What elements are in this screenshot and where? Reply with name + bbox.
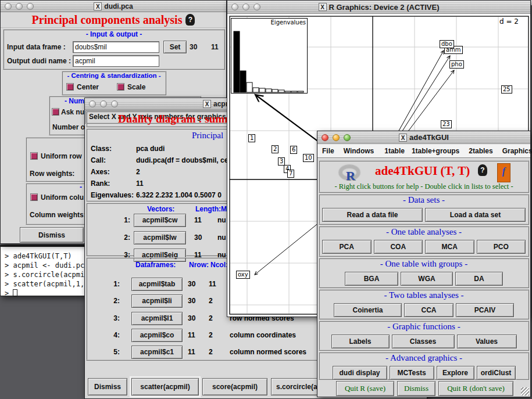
frame-title: - Centring & standardization - bbox=[63, 72, 165, 79]
input-output-frame: - Input & output - Input data frame : do… bbox=[3, 29, 225, 70]
eigenvalues-inset: Eigenvalues bbox=[231, 18, 308, 94]
dataframes-header: Dataframes: bbox=[135, 261, 176, 269]
column-weights-label: Column weights: bbox=[30, 211, 86, 219]
summary-value: pca dudi bbox=[136, 145, 165, 153]
variable-label: dbo bbox=[440, 40, 454, 48]
dismiss-button[interactable]: Dismiss bbox=[20, 227, 84, 243]
button-pcaiv[interactable]: PCAIV bbox=[456, 303, 514, 317]
graphics-titlebar[interactable]: X R Graphics: Device 2 (ACTIVE) bbox=[227, 1, 530, 14]
zoom-button[interactable] bbox=[253, 3, 260, 10]
window-controls[interactable] bbox=[89, 100, 118, 107]
score-button[interactable]: score(acpmil) bbox=[202, 378, 267, 396]
summary-value: 2 bbox=[136, 168, 140, 176]
minimize-button[interactable] bbox=[100, 100, 107, 107]
dataframe-button[interactable]: acpmil$l1 bbox=[131, 312, 183, 325]
resize-grip[interactable] bbox=[521, 387, 529, 396]
button-coa[interactable]: COA bbox=[374, 240, 423, 254]
section-title: - One table analyses - bbox=[320, 227, 528, 239]
summary-label: Call: bbox=[91, 156, 136, 164]
gui-titlebar[interactable]: X ade4TkGUI bbox=[317, 131, 530, 144]
footer-button-quit-r-save-[interactable]: Quit R (save) bbox=[336, 381, 394, 396]
summary-value: 11 bbox=[136, 179, 144, 188]
button-labels[interactable]: Labels bbox=[331, 335, 390, 348]
vector-mode: nu bbox=[217, 216, 226, 224]
button-dudi-display[interactable]: dudi display bbox=[333, 366, 387, 380]
menu-item-1table[interactable]: 1table bbox=[384, 147, 405, 155]
help-icon[interactable]: ? bbox=[478, 164, 487, 176]
row-point-label: 1 bbox=[248, 134, 255, 142]
duality-dismiss-button[interactable]: Dismiss bbox=[88, 378, 127, 396]
vector-button[interactable]: acpmil$lw bbox=[134, 231, 186, 245]
menu-item-2tables[interactable]: 2tables bbox=[469, 147, 492, 155]
scale-checkbox[interactable] bbox=[117, 83, 124, 91]
row-number: 1: bbox=[87, 216, 130, 224]
button-classes[interactable]: Classes bbox=[392, 335, 455, 348]
dudi-pca-titlebar[interactable]: X dudi.pca bbox=[1, 1, 226, 12]
button-coinertia[interactable]: Coinertia bbox=[334, 303, 402, 317]
input-data-frame-field[interactable]: doubs$mil bbox=[73, 41, 159, 53]
gui-section: - Data sets -Read a data fileLoad a data… bbox=[319, 194, 529, 225]
center-label: Center bbox=[77, 83, 99, 91]
menu-item-1table-groups[interactable]: 1table+groups bbox=[412, 147, 459, 155]
menu-item-file[interactable]: File bbox=[322, 147, 334, 155]
button-load-a-data-set[interactable]: Load a data set bbox=[425, 208, 526, 222]
footer-button-quit-r-don-t-save-[interactable]: Quit R (don't save) bbox=[438, 381, 513, 396]
eigenvalue-bar bbox=[298, 91, 304, 92]
set-button[interactable]: Set bbox=[163, 41, 187, 53]
button-cca[interactable]: CCA bbox=[404, 303, 454, 317]
menu-item-windows[interactable]: Windows bbox=[344, 147, 374, 155]
summary-row: Rank:11 bbox=[91, 179, 144, 188]
dataframe-button[interactable]: acpmil$li bbox=[131, 294, 183, 308]
help-icon[interactable]: ? bbox=[185, 14, 195, 26]
button-mctests[interactable]: MCTests bbox=[390, 366, 434, 380]
eigenvalue-bar bbox=[234, 31, 240, 92]
close-button[interactable] bbox=[322, 134, 329, 141]
minimize-button[interactable] bbox=[242, 3, 249, 10]
button-pca[interactable]: PCA bbox=[322, 240, 372, 254]
gui-section: - Graphic functions -LabelsClassesValues bbox=[319, 321, 529, 351]
gui-section: - Two tables analyses -CoinertiaCCAPCAIV bbox=[319, 289, 529, 319]
vector-button[interactable]: acpmil$cw bbox=[134, 214, 186, 227]
uniform-row-checkbox[interactable] bbox=[30, 152, 38, 160]
minimize-button[interactable] bbox=[333, 134, 340, 141]
output-dudi-name-field[interactable]: acpmil bbox=[73, 55, 159, 67]
button-read-a-data-file[interactable]: Read a data file bbox=[322, 208, 423, 222]
button-mca[interactable]: MCA bbox=[425, 240, 474, 254]
zoom-button[interactable] bbox=[27, 3, 34, 10]
menu-item-graphics[interactable]: Graphics bbox=[502, 147, 532, 155]
close-button[interactable] bbox=[231, 3, 238, 10]
button-ordiclust[interactable]: ordiClust bbox=[477, 366, 516, 380]
close-button[interactable] bbox=[89, 100, 96, 107]
zoom-button[interactable] bbox=[111, 100, 118, 107]
close-button[interactable] bbox=[5, 3, 12, 10]
dataframe-button[interactable]: acpmil$co bbox=[131, 329, 183, 342]
uniform-column-checkbox[interactable] bbox=[30, 193, 38, 201]
window-controls[interactable] bbox=[231, 3, 260, 10]
button-bga[interactable]: BGA bbox=[345, 272, 398, 286]
frame-title: - bbox=[80, 183, 82, 191]
ask-label: Ask nu bbox=[61, 108, 84, 116]
button-explore[interactable]: Explore bbox=[437, 366, 474, 380]
ade4-logo: f bbox=[497, 163, 510, 182]
scatter-button[interactable]: scatter(acpmil) bbox=[131, 378, 199, 396]
button-pco[interactable]: PCO bbox=[477, 240, 526, 254]
vector-row: 2:acpmil$lw30nu bbox=[87, 231, 226, 245]
section-buttons: BGAWGADA bbox=[320, 271, 528, 286]
button-values[interactable]: Values bbox=[457, 335, 517, 348]
summary-row: Class:pca dudi bbox=[91, 145, 165, 153]
window-controls[interactable] bbox=[5, 3, 34, 10]
dataframe-button[interactable]: acpmil$c1 bbox=[131, 346, 183, 359]
gui-section: - Advanced graphics -dudi displayMCTests… bbox=[319, 352, 529, 380]
footer-button-dismiss[interactable]: Dismiss bbox=[397, 381, 435, 396]
text-cursor[interactable] bbox=[13, 289, 17, 297]
minimize-button[interactable] bbox=[16, 3, 23, 10]
dataframe-row: 2:acpmil$li302 bbox=[87, 294, 230, 308]
button-wga[interactable]: WGA bbox=[401, 272, 453, 286]
eigenvalue-bar bbox=[285, 91, 291, 92]
button-da[interactable]: DA bbox=[455, 272, 503, 286]
dataframe-button[interactable]: acpmil$tab bbox=[131, 278, 183, 291]
window-controls[interactable] bbox=[322, 134, 351, 141]
ask-checkbox[interactable] bbox=[52, 108, 59, 116]
zoom-button[interactable] bbox=[344, 134, 351, 141]
center-checkbox[interactable] bbox=[66, 83, 74, 91]
